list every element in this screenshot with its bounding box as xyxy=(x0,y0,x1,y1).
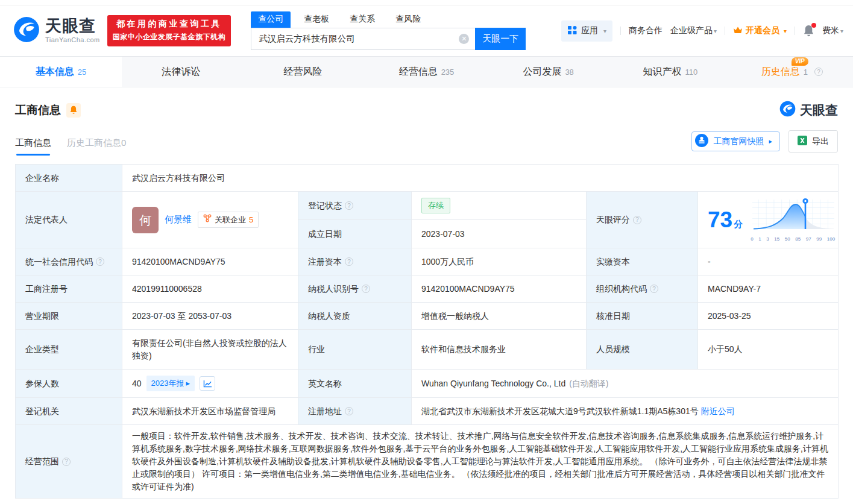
nearby-companies-link[interactable]: 附近公司 xyxy=(701,406,735,416)
paid-capital-label: 实缴资本 xyxy=(587,248,698,276)
question-icon[interactable]: ? xyxy=(96,257,104,266)
question-icon[interactable]: ? xyxy=(814,68,823,76)
table-row: 营业期限 2023-07-03 至 2053-07-03 纳税人资质 增值税一般… xyxy=(16,303,839,330)
score-axis: 0131550859799100 xyxy=(751,236,835,243)
status-badge: 存续 xyxy=(421,198,450,214)
search-input[interactable] xyxy=(251,34,475,44)
establish-date-label: 成立日期 xyxy=(298,220,412,248)
question-icon[interactable]: ? xyxy=(62,458,71,466)
slogan-banner: 都在用的商业查询工具 国家中小企业发展子基金旗下机构 xyxy=(107,15,231,46)
official-snapshot-button[interactable]: 工商官网快照 ▸ xyxy=(691,131,780,151)
top-nav: 应用 ▾ 商务合作 企业级产品▾ 开通会员 ▾ 费米▾ xyxy=(561,20,843,42)
chevron-down-icon: ▾ xyxy=(840,28,843,34)
table-row: 企业名称 武汉启云方科技有限公司 xyxy=(16,165,839,192)
excel-icon xyxy=(798,136,807,147)
subtab-business-registration[interactable]: 工商信息 xyxy=(15,137,51,156)
search-button[interactable]: 天眼一下 xyxy=(475,28,526,50)
question-icon[interactable]: ? xyxy=(345,201,353,210)
top-hairline xyxy=(0,0,853,5)
slogan-line2: 国家中小企业发展子基金旗下机构 xyxy=(113,32,226,42)
arrow-right-icon: ▸ xyxy=(769,137,772,145)
approval-date-label: 核准日期 xyxy=(587,303,698,330)
approval-date-value: 2025-03-25 xyxy=(698,303,839,330)
tab-legal-proceedings[interactable]: 法律诉讼 xyxy=(122,57,244,87)
nav-business-cooperation[interactable]: 商务合作 xyxy=(629,25,663,36)
reg-status-label: 登记状态? xyxy=(298,192,412,220)
search-area: 查公司 查老板 查关系 查风险 ✕ 天眼一下 xyxy=(251,11,526,50)
nav-enterprise-products[interactable]: 企业级产品▾ xyxy=(670,25,717,36)
business-term-label: 营业期限 xyxy=(16,303,122,330)
chevron-down-icon: ▾ xyxy=(603,28,606,34)
question-icon[interactable]: ? xyxy=(650,285,658,293)
business-scope-label: 经营范围? xyxy=(16,425,122,499)
tianyancha-logo[interactable]: 天眼查 TianYanCha.com xyxy=(13,16,100,45)
tab-history-info[interactable]: 历史信息 VIP 1 ? xyxy=(731,57,853,87)
question-icon[interactable]: ? xyxy=(345,257,353,266)
legal-rep-label: 法定代表人 xyxy=(16,192,122,248)
legal-rep-name-link[interactable]: 何景维 xyxy=(165,213,192,227)
tab-company-development[interactable]: 公司发展38 xyxy=(488,57,609,87)
page-tab-bar: 基本信息25 法律诉讼 经营风险 经营信息235 公司发展38 知识产权110 … xyxy=(0,56,853,87)
annual-report-badge[interactable]: 2023年报▸ xyxy=(146,376,195,391)
reg-number-value: 420199110006528 xyxy=(122,276,298,303)
related-companies-badge[interactable]: 关联企业 5 xyxy=(198,212,259,228)
search-tabs: 查公司 查老板 查关系 查风险 xyxy=(251,11,526,28)
subscribe-bell-icon[interactable] xyxy=(66,103,81,118)
reg-number-label: 工商注册号 xyxy=(16,276,122,303)
divider xyxy=(620,27,621,35)
org-code-value: MACND9AY-7 xyxy=(698,276,839,303)
table-row: 企业类型 有限责任公司(非自然人投资或控股的法人独资) 行业 软件和信息技术服务… xyxy=(16,330,839,370)
user-menu[interactable]: 费米▾ xyxy=(822,25,843,36)
legal-rep-avatar[interactable]: 何 xyxy=(132,207,159,233)
tianyancha-logo-icon xyxy=(13,16,40,45)
tab-basic-info[interactable]: 基本信息25 xyxy=(0,57,122,87)
taxpayer-quality-label: 纳税人资质 xyxy=(298,303,412,330)
subtab-history-registration[interactable]: 历史工商信息0 xyxy=(67,137,126,156)
company-name-label: 企业名称 xyxy=(16,165,122,192)
search-tab-company[interactable]: 查公司 xyxy=(251,11,291,28)
arrow-right-icon: ▸ xyxy=(186,377,190,389)
divider xyxy=(725,27,725,35)
score-label: 天眼评分? xyxy=(587,192,698,248)
main-content: 工商信息 天眼查 工商信息 历史工商信息0 工商官网快照 ▸ xyxy=(0,101,853,499)
question-icon[interactable]: ? xyxy=(362,285,370,293)
export-button[interactable]: 导出 xyxy=(788,130,838,153)
question-icon[interactable]: ? xyxy=(633,216,641,224)
divider xyxy=(795,27,795,35)
score-distribution-chart: 0131550859799100 xyxy=(751,197,836,243)
chevron-down-icon: ▾ xyxy=(784,28,787,34)
table-row: 登记机关 武汉东湖新技术开发区市场监督管理局 注册地址? 湖北省武汉市东湖新技术… xyxy=(16,398,839,425)
tab-intellectual-property[interactable]: 知识产权110 xyxy=(609,57,731,87)
english-name-value: Wuhan Qiyunfang Technology Co., Ltd(自动翻译… xyxy=(412,370,839,398)
search-tab-boss[interactable]: 查老板 xyxy=(297,11,336,28)
taxpayer-id-value: 91420100MACND9AY75 xyxy=(412,276,587,303)
stamp-icon xyxy=(695,134,708,149)
company-name-value: 武汉启云方科技有限公司 xyxy=(122,165,839,192)
username: 费米 xyxy=(822,25,839,35)
reg-capital-label: 注册资本? xyxy=(298,248,412,276)
question-icon[interactable]: ? xyxy=(345,407,353,415)
table-row: 工商注册号 420199110006528 纳税人识别号? 91420100MA… xyxy=(16,276,839,303)
section-title: 工商信息 xyxy=(15,102,61,118)
establish-date-value: 2023-07-03 xyxy=(412,220,587,248)
legal-rep-cell: 何 何景维 关联企业 5 xyxy=(122,192,298,248)
tab-business-info[interactable]: 经营信息235 xyxy=(365,57,487,87)
address-label: 注册地址? xyxy=(298,398,412,425)
english-name-label: 英文名称 xyxy=(298,370,412,398)
notifications-bell-icon[interactable] xyxy=(803,25,814,37)
table-row: 法定代表人 何 何景维 关联企业 5 登记状态? 存续 天眼评分? xyxy=(16,192,839,220)
trend-chart-icon[interactable] xyxy=(200,376,215,391)
nav-vip-upgrade[interactable]: 开通会员 ▾ xyxy=(733,25,787,36)
crown-icon xyxy=(733,26,743,36)
apps-menu[interactable]: 应用 ▾ xyxy=(561,20,612,42)
vip-badge: VIP xyxy=(792,57,808,66)
staff-size-value: 小于50人 xyxy=(698,330,839,370)
tab-operational-risk[interactable]: 经营风险 xyxy=(244,57,365,87)
credit-code-label: 统一社会信用代码? xyxy=(16,248,122,276)
business-term-value: 2023-07-03 至 2053-07-03 xyxy=(122,303,298,330)
tianyancha-logo-icon xyxy=(779,101,796,119)
search-tab-relation[interactable]: 查关系 xyxy=(342,11,382,28)
taxpayer-quality-value: 增值税一般纳税人 xyxy=(412,303,587,330)
score-cell: 73分 xyxy=(698,192,839,248)
search-tab-risk[interactable]: 查风险 xyxy=(388,11,428,28)
